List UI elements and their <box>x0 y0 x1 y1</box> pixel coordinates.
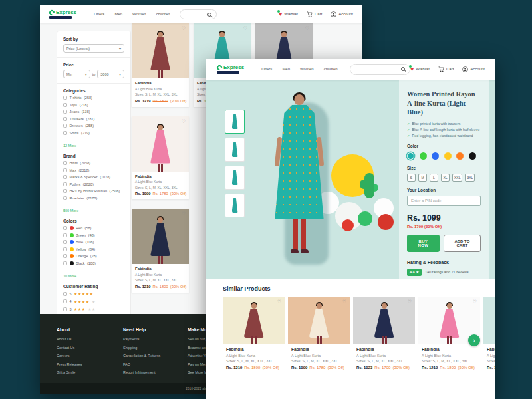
footer-link[interactable]: About Us <box>57 337 82 341</box>
checkbox[interactable] <box>63 182 67 186</box>
footer-link[interactable]: Shipping <box>123 346 160 350</box>
checkbox[interactable] <box>63 247 67 251</box>
checkbox[interactable] <box>63 124 67 128</box>
brand-option[interactable]: Max(2318) <box>63 168 124 172</box>
brand-option[interactable]: Roadster(2178) <box>63 196 124 200</box>
footer-link[interactable]: Report Infringement <box>123 370 160 374</box>
cart-button[interactable]: Cart <box>438 66 454 72</box>
footer-link[interactable]: Contact Us <box>57 346 82 350</box>
size-chip[interactable]: 3XL <box>465 174 475 182</box>
nav-children[interactable]: children <box>324 67 338 71</box>
checkbox[interactable] <box>63 299 67 303</box>
brands-more-link[interactable]: 500 More <box>63 209 78 213</box>
wishlist-heart-icon[interactable] <box>182 119 186 124</box>
checkbox[interactable] <box>63 240 67 244</box>
account-button[interactable]: Account <box>331 11 353 17</box>
color-option[interactable]: Red(58) <box>63 226 124 230</box>
brand-option[interactable]: Pothys(2820) <box>63 182 124 186</box>
rating-option[interactable]: 4★★★★★ <box>63 299 124 304</box>
color-option[interactable]: Blue(108) <box>63 240 124 244</box>
rating-option[interactable]: 5★★★★★ <box>63 291 124 296</box>
product-card[interactable]: Fabindia A Light Blue Kurta Sizes: S, L,… <box>132 23 189 107</box>
category-option[interactable]: Trousers(281) <box>63 117 124 121</box>
wishlist-heart-icon[interactable] <box>277 299 281 304</box>
search-input[interactable] <box>350 64 410 75</box>
checkbox[interactable] <box>63 292 67 296</box>
checkbox[interactable] <box>63 131 67 135</box>
nav-women[interactable]: Women <box>132 12 146 16</box>
thumbnail[interactable] <box>225 194 245 217</box>
buy-now-button[interactable]: BUY NOW <box>407 235 440 252</box>
category-option[interactable]: T-shirts(258) <box>63 96 124 100</box>
wishlist-button[interactable]: Wishlist <box>279 11 298 17</box>
nav-men[interactable]: Men <box>282 67 290 71</box>
footer-link[interactable]: Gift a Smile <box>57 370 82 374</box>
color-swatch[interactable] <box>456 152 464 160</box>
wishlist-heart-icon[interactable] <box>305 26 309 31</box>
wishlist-heart-icon[interactable] <box>182 26 186 31</box>
checkbox[interactable] <box>63 196 67 200</box>
nav-children[interactable]: children <box>156 12 170 16</box>
footer-link[interactable]: Cancellation & Returns <box>123 354 160 358</box>
checkbox[interactable] <box>63 103 67 107</box>
add-to-cart-button[interactable]: ADD TO CART <box>444 235 481 252</box>
color-option[interactable]: Yellow(84) <box>63 247 124 251</box>
wishlist-heart-icon[interactable] <box>342 299 346 304</box>
size-chip[interactable]: L <box>430 174 438 182</box>
categories-more-link[interactable]: 12 More <box>63 144 76 148</box>
logo[interactable]: Express <box>217 65 244 74</box>
rating-option[interactable]: 3★★★★★ <box>63 307 124 311</box>
wishlist-button[interactable]: Wishlist <box>410 66 430 72</box>
size-chip[interactable]: S <box>407 174 416 182</box>
nav-men[interactable]: Men <box>114 12 122 16</box>
similar-product-card[interactable]: Fabindia A Light Blue Kurta Sizes: S, L,… <box>483 297 495 374</box>
size-chip[interactable]: XXL <box>452 174 462 182</box>
checkbox[interactable] <box>63 96 67 100</box>
logo[interactable]: Express <box>49 10 76 19</box>
carousel-next-button[interactable] <box>468 334 480 346</box>
checkbox[interactable] <box>63 161 67 165</box>
category-option[interactable]: Dresses(258) <box>63 124 124 128</box>
checkbox[interactable] <box>63 307 67 311</box>
checkbox[interactable] <box>63 226 67 230</box>
price-min-select[interactable]: Min▾ <box>63 70 90 78</box>
color-swatch[interactable] <box>469 152 476 160</box>
sort-select[interactable]: Price (Lowest)▾ <box>63 44 124 53</box>
size-chip[interactable]: XL <box>441 174 450 182</box>
wishlist-heart-icon[interactable] <box>182 211 186 216</box>
cart-button[interactable]: Cart <box>307 11 322 17</box>
checkbox[interactable] <box>63 168 67 172</box>
nav-offers[interactable]: Offers <box>94 12 104 16</box>
color-swatch-selected[interactable] <box>407 152 414 160</box>
checkbox[interactable] <box>63 117 67 121</box>
footer-link[interactable]: Careers <box>57 354 82 358</box>
brand-option[interactable]: HRX by Hrithik Roshan(2508) <box>63 189 124 193</box>
search-input[interactable] <box>180 9 217 19</box>
colors-more-link[interactable]: 10 More <box>63 274 76 278</box>
size-chip[interactable]: M <box>418 174 427 182</box>
thumbnail[interactable] <box>225 166 245 190</box>
nav-offers[interactable]: Offers <box>261 67 272 71</box>
color-option[interactable]: Green(48) <box>63 233 124 237</box>
wishlist-heart-icon[interactable] <box>473 299 477 304</box>
pin-code-input[interactable] <box>407 196 481 206</box>
account-button[interactable]: Account <box>462 66 485 72</box>
brand-option[interactable]: Marks & Spencer(1078) <box>63 175 124 179</box>
thumbnail[interactable] <box>225 138 245 162</box>
footer-link[interactable]: FAQ <box>123 362 160 366</box>
product-card[interactable]: Fabindia A Light Blue Kurta Sizes: S, L,… <box>132 209 189 293</box>
nav-women[interactable]: Women <box>300 67 314 71</box>
checkbox[interactable] <box>63 175 67 179</box>
similar-product-card[interactable]: Fabindia A Light Blue Kurta Sizes: S, L,… <box>288 297 350 374</box>
thumbnail-selected[interactable] <box>225 110 245 134</box>
similar-product-card[interactable]: Fabindia A Light Blue Kurta Sizes: S, L,… <box>353 297 415 374</box>
checkbox[interactable] <box>63 233 67 237</box>
checkbox[interactable] <box>63 261 67 265</box>
color-option[interactable]: Black(100) <box>63 261 124 265</box>
price-max-select[interactable]: 3000▾ <box>97 70 124 78</box>
category-option[interactable]: Tops(218) <box>63 103 124 107</box>
footer-link[interactable]: Payments <box>123 337 160 341</box>
color-swatch[interactable] <box>432 152 439 160</box>
brand-option[interactable]: H&M(2058) <box>63 161 124 165</box>
product-card[interactable]: Fabindia A Light Blue Kurta Sizes: S, L,… <box>132 116 189 200</box>
